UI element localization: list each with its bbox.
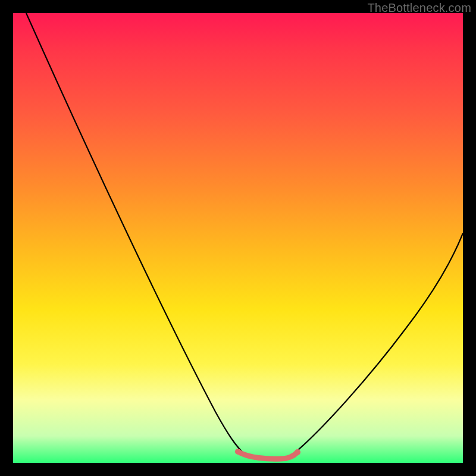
valley-marker-dot-left — [235, 449, 241, 455]
right-curve — [293, 233, 463, 455]
curve-svg — [13, 13, 463, 463]
chart-frame: TheBottleneck.com — [0, 0, 476, 476]
watermark-text: TheBottleneck.com — [367, 1, 471, 15]
valley-marker — [238, 452, 298, 459]
valley-marker-dot-right — [295, 449, 300, 455]
left-curve — [26, 13, 245, 455]
plot-area — [13, 13, 463, 463]
